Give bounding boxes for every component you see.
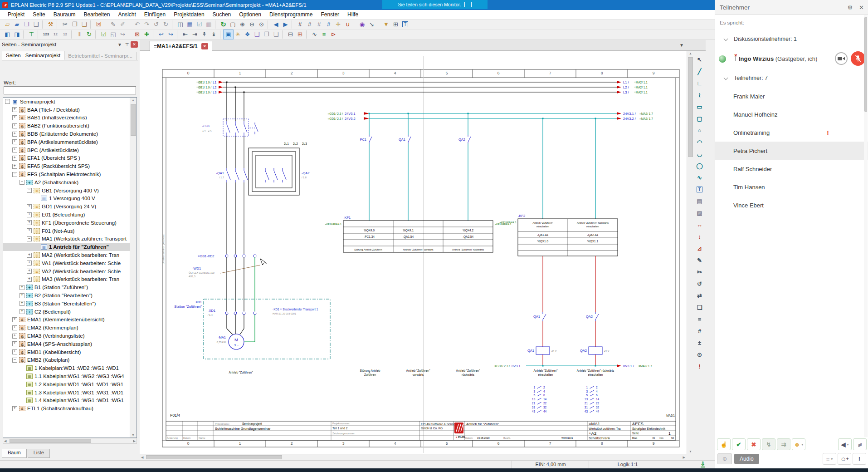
potential-icon[interactable]: ≡ bbox=[319, 30, 329, 39]
circle-icon[interactable]: ○ bbox=[694, 124, 705, 136]
align-icon[interactable]: ≡ bbox=[694, 313, 705, 325]
tree-item[interactable]: + ≡ GD1 (Versorgung 24 V) bbox=[3, 202, 137, 211]
editor-tab-close-icon[interactable]: ✕ bbox=[201, 43, 208, 49]
tree-item[interactable]: + & EMA2 (Klemmenplan) bbox=[3, 324, 137, 332]
menu-item[interactable]: Ansicht bbox=[114, 11, 140, 18]
ellipse-icon[interactable]: ◯ bbox=[694, 160, 705, 172]
paste-icon[interactable]: ❏ bbox=[79, 20, 89, 29]
download-status-icon[interactable]: ⇩ bbox=[701, 462, 705, 467]
page-new-icon[interactable]: ◧ bbox=[3, 30, 12, 39]
separator[interactable] bbox=[71, 30, 73, 39]
mirror-icon[interactable]: ⇄ bbox=[694, 290, 705, 301]
rounded-rectangle-icon[interactable]: ▢ bbox=[694, 113, 705, 124]
go-slower-icon[interactable]: ↯ bbox=[762, 438, 775, 450]
expander-icon[interactable]: + bbox=[12, 406, 17, 411]
participants-scrollbar[interactable] bbox=[864, 15, 868, 437]
image-icon[interactable]: ▤ bbox=[694, 195, 705, 207]
tree-horizontal-scrollbar[interactable]: ◀ ▶ bbox=[3, 438, 137, 444]
tree-item[interactable]: + & EMA4 (SPS-Anschlussplan) bbox=[3, 340, 137, 348]
numbering-123-icon[interactable]: 123 bbox=[41, 30, 51, 39]
participant-row[interactable]: Vince Ebert bbox=[715, 196, 868, 214]
menu-item[interactable]: Hilfe bbox=[343, 11, 362, 18]
separator[interactable] bbox=[172, 20, 174, 29]
expander-icon[interactable]: − bbox=[27, 236, 32, 241]
expander-icon[interactable]: + bbox=[12, 132, 17, 137]
wert-input[interactable] bbox=[4, 86, 136, 94]
tab-seiten[interactable]: Seiten - Seminarprojekt bbox=[2, 51, 64, 60]
rectangle-icon[interactable]: ▭ bbox=[694, 101, 705, 113]
copy-page-icon[interactable]: ❐ bbox=[262, 30, 271, 39]
expander-icon[interactable]: + bbox=[20, 301, 24, 306]
magnet-icon[interactable]: ∪ bbox=[343, 20, 352, 29]
tree-item[interactable]: − & EFS (Schaltplan Elektrotechnik) bbox=[3, 170, 137, 178]
first-page-icon[interactable]: ⇤ bbox=[180, 30, 190, 39]
copy-icon[interactable]: ❐ bbox=[70, 20, 79, 29]
insert-macro-icon[interactable]: ❖ bbox=[243, 30, 252, 39]
cable-icon[interactable]: ∿ bbox=[310, 30, 319, 39]
tree-item-page[interactable]: ▦ 1.3 Kabelplan:WD1 :WG1 :WG1 :WD1 bbox=[3, 388, 137, 397]
export-icon[interactable]: ◱ bbox=[108, 30, 118, 39]
grid-medium-icon[interactable]: # bbox=[305, 20, 314, 29]
invite-participant-icon[interactable]: ☺ bbox=[838, 453, 851, 465]
warning-icon[interactable]: ! bbox=[694, 360, 705, 372]
connections-icon[interactable]: ✚ bbox=[142, 30, 151, 39]
expander-icon[interactable]: + bbox=[20, 285, 24, 290]
editor-tab[interactable]: =MA1+A2&EFS/1 ✕ bbox=[150, 41, 212, 51]
new-project-icon[interactable]: ▱ bbox=[3, 20, 12, 29]
zoom-out-icon[interactable]: ⊖ bbox=[247, 20, 257, 29]
last-page-icon[interactable]: ⇥ bbox=[190, 30, 200, 39]
expander-icon[interactable]: − bbox=[27, 188, 32, 193]
close-project-icon[interactable]: ⊠ bbox=[132, 30, 142, 39]
tree-item[interactable]: + & EMA3 (Verbindungsliste) bbox=[3, 332, 137, 340]
tree-item[interactable]: + & BAB2 (Funktionsübersicht) bbox=[3, 122, 137, 130]
grid-on-icon[interactable]: # bbox=[324, 20, 333, 29]
dimension-horizontal-icon[interactable]: ↔ bbox=[694, 219, 705, 231]
tree-item[interactable]: + + B2 (Station "Bearbeiten") bbox=[3, 291, 137, 300]
tree-item[interactable]: + ≡ MA2 (Werkstück bearbeiten: Tran bbox=[3, 251, 137, 259]
menu-item[interactable]: Suchen bbox=[209, 11, 235, 18]
expander-icon[interactable]: + bbox=[20, 309, 24, 314]
tree-item-seminarprojekt[interactable]: − ▣ Seminarprojekt bbox=[3, 98, 137, 106]
tree-vertical-scrollbar[interactable]: ▲ ▼ bbox=[130, 98, 137, 438]
coordinate-icon[interactable]: ± bbox=[694, 337, 705, 349]
previous-page-icon[interactable]: ◀ bbox=[271, 20, 281, 29]
insert-window-macro-icon[interactable]: ❑ bbox=[252, 30, 262, 39]
trim-icon[interactable]: ✂ bbox=[694, 266, 705, 278]
page-open-icon[interactable]: ◨ bbox=[12, 30, 22, 39]
tree-item[interactable]: − + A2 (Schaltschrank) bbox=[3, 178, 137, 187]
separator[interactable] bbox=[105, 20, 107, 29]
separator[interactable] bbox=[378, 20, 380, 29]
expander-icon[interactable]: + bbox=[27, 212, 32, 217]
rotate-icon[interactable]: ↺ bbox=[694, 278, 705, 290]
workspace-icon[interactable]: ◫ bbox=[176, 20, 185, 29]
announce-icon[interactable]: ◀ bbox=[838, 438, 852, 450]
measure-icon[interactable]: ⊿ bbox=[694, 242, 705, 254]
tree-item[interactable]: + ≡ VA1 (Werkstück bearbeiten: Schle bbox=[3, 259, 137, 267]
page-up-icon[interactable]: ↟ bbox=[200, 30, 209, 39]
angle-icon[interactable]: ∟ bbox=[694, 77, 705, 89]
go-faster-icon[interactable]: ⇉ bbox=[777, 438, 790, 450]
compare-icon[interactable]: ‖ bbox=[75, 30, 84, 39]
expander-icon[interactable]: + bbox=[12, 317, 17, 322]
numbering-12b-icon[interactable]: 12 bbox=[60, 30, 70, 39]
expander-icon[interactable]: + bbox=[27, 277, 32, 282]
separator[interactable] bbox=[38, 30, 40, 39]
emoticon-icon[interactable]: ☻ bbox=[792, 438, 805, 450]
settings-wrench-icon[interactable]: ⚒ bbox=[46, 20, 55, 29]
text-icon[interactable]: T bbox=[694, 183, 705, 195]
expander-icon[interactable]: + bbox=[27, 261, 32, 266]
separator[interactable] bbox=[282, 30, 284, 39]
separator[interactable] bbox=[177, 30, 179, 39]
insert-symbol-icon[interactable]: ✳ bbox=[233, 30, 243, 39]
eraser-icon[interactable]: ▰ bbox=[853, 438, 867, 450]
expander-icon[interactable]: + bbox=[12, 341, 17, 346]
expander-icon[interactable]: + bbox=[12, 123, 17, 128]
menu-item[interactable]: Projekt bbox=[4, 11, 29, 18]
participant-row[interactable]: Manuel Hofheinz bbox=[715, 105, 868, 123]
spline-icon[interactable]: ∿ bbox=[694, 172, 705, 183]
menu-item[interactable]: Projektdaten bbox=[170, 11, 208, 18]
expander-icon[interactable]: − bbox=[20, 180, 24, 185]
hatch-icon[interactable]: ▨ bbox=[694, 207, 705, 219]
separator[interactable] bbox=[220, 30, 222, 39]
tree-item[interactable]: + ≡ VA2 (Werkstück bearbeiten: Schle bbox=[3, 267, 137, 275]
